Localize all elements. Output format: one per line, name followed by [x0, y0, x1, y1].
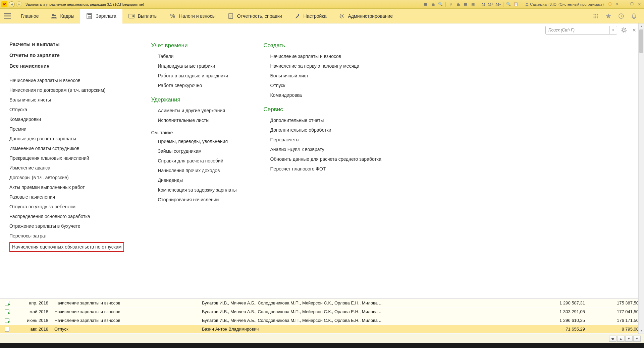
link-col1-12[interactable]: Разовые начисления	[9, 192, 124, 202]
minimize-icon[interactable]: —	[621, 2, 628, 7]
link-col1-2[interactable]: Больничные листы	[9, 95, 124, 105]
nav-fwd-button[interactable]: ►	[16, 1, 22, 7]
link-serv-4[interactable]: Обновить данные для расчета среднего зар…	[270, 154, 382, 164]
table-row[interactable]: апр. 2018Начисление зарплаты и взносовБу…	[0, 299, 644, 307]
tb-sheet-icon[interactable]: ▦	[422, 2, 429, 7]
link-serv-3[interactable]: Анализ НДФЛ к возврату	[270, 145, 382, 154]
link-col1-16[interactable]: Переносы затрат	[9, 231, 124, 241]
link-col1-9[interactable]: Изменение аванса	[9, 163, 124, 173]
link-col1-0[interactable]: Начисление зарплаты и взносов	[9, 76, 124, 85]
link-serv-5[interactable]: Пересчет планового ФОТ	[270, 164, 382, 174]
tb-grid-icon[interactable]: ▦	[470, 2, 476, 7]
link-serv-0[interactable]: Дополнительные отчеты	[270, 116, 382, 125]
close-icon[interactable]: ✕	[636, 2, 643, 7]
link-col1-10[interactable]: Договоры (в т.ч. авторские)	[9, 173, 124, 183]
nav-settings[interactable]: Настройка	[288, 9, 333, 23]
user-info[interactable]: Савинская З.Ю. (Системный программист)	[523, 2, 606, 6]
footer-up-button[interactable]: ▲	[617, 336, 625, 342]
nav-back-button[interactable]: ◄	[9, 1, 15, 7]
link-create-1[interactable]: Начисление за первую половину месяца	[270, 61, 382, 71]
link-col1-11[interactable]: Акты приемки выполненных работ	[9, 183, 124, 192]
table-row[interactable]: авг. 2018ОтпускБазин Антон Владимирович7…	[0, 325, 644, 334]
memory-m[interactable]: M	[480, 2, 487, 7]
svg-rect-15	[132, 15, 135, 17]
search-clear-button[interactable]: ×	[609, 26, 617, 34]
link-time-2[interactable]: Работа в выходные и праздники	[158, 71, 236, 81]
vertical-scrollbar[interactable]: ▲ ▼	[638, 23, 644, 334]
history-icon[interactable]	[617, 12, 625, 20]
link-salary-reports[interactable]: Отчеты по зарплате	[9, 50, 124, 61]
scroll-thumb[interactable]	[639, 29, 643, 53]
table-row[interactable]: июнь 2018Начисление зарплаты и взносовБу…	[0, 316, 644, 325]
nav-payments[interactable]: Выплаты	[122, 9, 164, 23]
nav-payments-label: Выплаты	[138, 13, 158, 19]
link-see-1[interactable]: Займы сотрудникам	[158, 146, 236, 156]
nav-taxes[interactable]: % Налоги и взносы	[164, 9, 222, 23]
link-ded-1[interactable]: Исполнительные листы	[158, 116, 236, 125]
dropdown-icon[interactable]: ▾	[614, 2, 621, 7]
scroll-up-icon[interactable]: ▲	[639, 23, 644, 29]
nav-hr[interactable]: Кадры	[45, 9, 80, 23]
star-icon[interactable]: ★	[604, 12, 612, 20]
close-panel-button[interactable]: ✕	[631, 26, 638, 34]
link-col1-1[interactable]: Начисления по договорам (в т.ч. авторски…	[9, 85, 124, 95]
link-col1-6[interactable]: Данные для расчета зарплаты	[9, 134, 124, 144]
tb-print-icon[interactable]: 🖶	[430, 2, 436, 7]
link-col1-4[interactable]: Командировки	[9, 115, 124, 124]
link-see-2[interactable]: Справки для расчета пособий	[158, 156, 236, 166]
nav-main[interactable]: Главное	[15, 9, 45, 23]
link-time-3[interactable]: Работа сверхурочно	[158, 81, 236, 90]
nav-admin[interactable]: Администрирование	[333, 9, 399, 23]
svg-point-20	[341, 15, 343, 17]
help-icon[interactable]: ⓘ	[606, 2, 613, 7]
table-row[interactable]: май 2018Начисление зарплаты и взносовБул…	[0, 307, 644, 316]
memory-mplus[interactable]: M+	[487, 2, 494, 7]
link-ded-0[interactable]: Алименты и другие удержания	[158, 106, 236, 116]
link-serv-2[interactable]: Перерасчеты	[270, 135, 382, 145]
link-col1-3[interactable]: Отпуска	[9, 105, 124, 115]
link-see-3[interactable]: Начисления прочих доходов	[158, 166, 236, 176]
nav-hr-label: Кадры	[60, 13, 74, 19]
link-see-0[interactable]: Приемы, переводы, увольнения	[158, 137, 236, 146]
link-col1-15[interactable]: Отражение зарплаты в бухучете	[9, 221, 124, 231]
link-col1-8[interactable]: Прекращения плановых начислений	[9, 153, 124, 163]
link-create-3[interactable]: Отпуск	[270, 81, 382, 90]
tb-zoom-icon[interactable]: 🔍	[437, 2, 444, 7]
doc-status-icon	[3, 301, 11, 305]
tb-clipboard-icon[interactable]: 📋	[513, 2, 519, 7]
link-see-5[interactable]: Компенсация за задержку зарплаты	[158, 185, 236, 195]
link-create-0[interactable]: Начисление зарплаты и взносов	[270, 52, 382, 61]
link-create-4[interactable]: Командировка	[270, 90, 382, 100]
link-col1-7[interactable]: Изменение оплаты сотрудников	[9, 144, 124, 153]
link-time-0[interactable]: Табели	[158, 52, 236, 61]
footer-top-button[interactable]: ▲	[609, 336, 616, 342]
hamburger-button[interactable]	[0, 9, 15, 23]
tb-calendar-icon[interactable]: ▦	[462, 2, 469, 7]
memory-mminus[interactable]: M-	[495, 2, 501, 7]
maximize-icon[interactable]: ❐	[629, 2, 635, 7]
tb-print2-icon[interactable]: 🖶	[455, 2, 462, 7]
nav-salary[interactable]: Зарплата	[80, 9, 122, 23]
link-serv-1[interactable]: Дополнительные обработки	[270, 125, 382, 135]
link-all-accruals[interactable]: Все начисления	[9, 61, 124, 72]
link-time-1[interactable]: Индивидуальные графики	[158, 61, 236, 71]
link-col1-14[interactable]: Распределения основного заработка	[9, 212, 124, 221]
scroll-down-icon[interactable]: ▼	[639, 328, 644, 334]
link-see-4[interactable]: Дивиденды	[158, 176, 236, 185]
footer-bottom-button[interactable]: ▼	[633, 336, 641, 342]
bell-icon[interactable]	[630, 12, 638, 20]
panel-settings-button[interactable]	[619, 26, 629, 34]
link-vacation-reserves[interactable]: Начисления оценочных обязательств по отп…	[9, 242, 124, 252]
svg-point-27	[594, 17, 595, 18]
nav-reports[interactable]: Отчетность, справки	[222, 9, 288, 23]
link-col1-5[interactable]: Премии	[9, 124, 124, 134]
link-see-6[interactable]: Сторнирования начислений	[158, 195, 236, 205]
tb-zoom2-icon[interactable]: 🔍	[505, 2, 512, 7]
search-input[interactable]	[546, 26, 609, 34]
apps-icon[interactable]	[592, 12, 600, 20]
link-col1-13[interactable]: Отпуска по уходу за ребенком	[9, 202, 124, 212]
link-calculations[interactable]: Расчеты и выплаты	[9, 39, 124, 50]
link-create-2[interactable]: Больничный лист	[270, 71, 382, 81]
footer-down-button[interactable]: ▼	[625, 336, 633, 342]
tb-copy-icon[interactable]: ⎘	[447, 2, 454, 7]
